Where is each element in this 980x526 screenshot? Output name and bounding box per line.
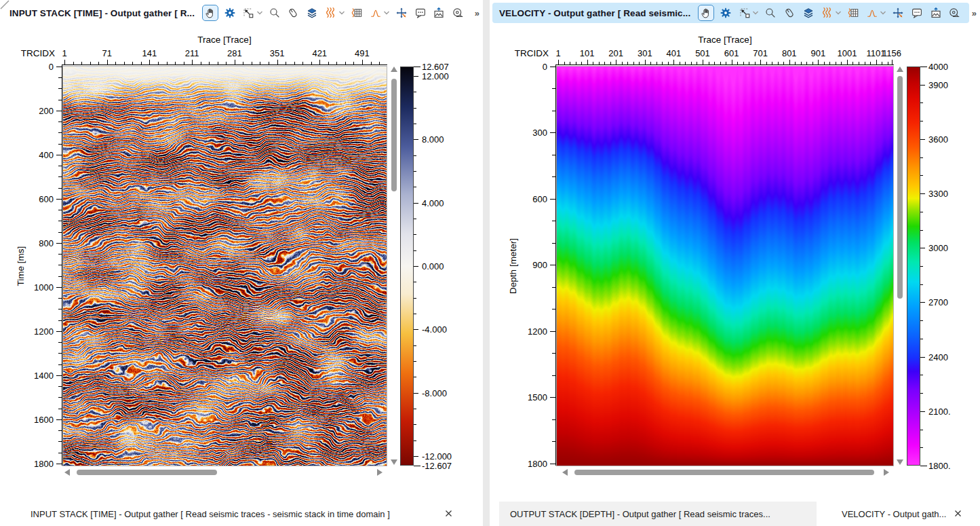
select-region-icon[interactable]: [737, 6, 751, 20]
settings-gear-icon[interactable]: [719, 6, 733, 20]
x-tick-minor: [581, 62, 582, 64]
y-tick-label: 1500: [504, 392, 547, 402]
x-tick-minor: [650, 62, 651, 64]
export-image-icon[interactable]: [432, 6, 446, 20]
pan-hand-icon[interactable]: [698, 5, 714, 21]
x-tick-minor: [697, 62, 697, 64]
layers-icon[interactable]: [305, 6, 319, 20]
scroll-left-arrow[interactable]: [562, 469, 568, 476]
measure-tape-icon[interactable]: [450, 6, 465, 20]
x-axis-title: Trace [Trace]: [197, 35, 251, 45]
horizontal-scrollbar-thumb[interactable]: [77, 470, 217, 475]
x-tick-major: [192, 60, 193, 64]
x-tick-major: [789, 60, 790, 64]
x-tick-minor: [599, 62, 600, 64]
scroll-right-arrow[interactable]: [884, 469, 889, 476]
trace-table-icon[interactable]: [846, 6, 861, 20]
scroll-left-arrow[interactable]: [64, 469, 70, 476]
toolbar-group: [910, 6, 924, 20]
x-tick-minor: [132, 62, 133, 64]
x-tick-minor: [783, 62, 784, 64]
scroll-up-arrow[interactable]: [391, 67, 397, 72]
x-tick-label: 501: [695, 48, 710, 58]
y-tick-label: 600: [10, 193, 54, 204]
toolbar-group: [432, 6, 446, 20]
y-tick-major: [56, 419, 62, 420]
panel-splitter[interactable]: [483, 0, 490, 526]
y-tick-minor: [58, 309, 62, 309]
x-tick-label: 1: [555, 48, 560, 58]
scroll-down-arrow[interactable]: [391, 459, 397, 465]
document-tab-active[interactable]: INPUT STACK [TIME] - Output gather [ Rea…: [0, 502, 483, 526]
y-tick-major: [56, 375, 62, 376]
x-tick-label: 201: [608, 48, 623, 58]
y-tick-minor: [552, 441, 555, 442]
x-tick-minor: [570, 62, 570, 64]
horizontal-scrollbar-thumb[interactable]: [574, 470, 874, 475]
x-tick-minor: [726, 62, 726, 64]
velocity-model-canvas[interactable]: [557, 67, 893, 466]
pan-hand-icon[interactable]: [202, 5, 218, 21]
x-tick-minor: [311, 62, 312, 64]
toolbar-group: [324, 6, 345, 20]
seismic-section-canvas[interactable]: [63, 67, 387, 466]
y-tick-major: [56, 67, 62, 67]
x-tick-major: [703, 60, 703, 64]
measure-tape-icon[interactable]: [947, 6, 962, 20]
y-tick-minor: [58, 254, 62, 255]
crosshair-position-icon[interactable]: [891, 6, 905, 20]
chevron-down-icon[interactable]: [752, 10, 759, 16]
chevron-down-icon[interactable]: [256, 10, 263, 16]
colorbar-tick-minor: [414, 440, 416, 441]
colorbar-tick-minor: [920, 102, 923, 103]
y-tick-minor: [58, 77, 62, 78]
mouse-options-icon[interactable]: [286, 6, 300, 20]
export-image-icon[interactable]: [928, 6, 943, 20]
crosshair-position-icon[interactable]: [395, 6, 409, 20]
document-tab[interactable]: OUTPUT STACK [DEPTH] - Output gather [ R…: [499, 502, 827, 526]
chevron-down-icon[interactable]: [383, 10, 390, 16]
x-tick-major: [587, 60, 588, 64]
zoom-magnifier-icon[interactable]: [764, 6, 778, 20]
panel-title: INPUT STACK [TIME] - Output gather [ R..…: [3, 8, 195, 18]
vertical-scrollbar-thumb[interactable]: [391, 79, 397, 191]
comment-bubble-icon[interactable]: [910, 6, 924, 20]
chevron-down-icon[interactable]: [880, 10, 886, 16]
chevron-down-icon[interactable]: [835, 10, 842, 16]
mouse-options-icon[interactable]: [783, 6, 797, 20]
scroll-down-arrow[interactable]: [897, 459, 903, 465]
colorbar-tick-label: -12.000: [422, 451, 452, 461]
colorbar-tick-label: 12.000: [422, 71, 449, 81]
select-region-icon[interactable]: [241, 6, 256, 20]
wiggle-traces-icon[interactable]: [324, 6, 338, 20]
vertical-scrollbar-thumb[interactable]: [897, 76, 903, 299]
settings-gear-icon[interactable]: [222, 6, 237, 20]
y-tick-label: 1600: [10, 414, 54, 424]
x-tick-minor: [98, 62, 99, 64]
scroll-right-arrow[interactable]: [377, 469, 383, 476]
toolbar-overflow-button[interactable]: »: [971, 8, 980, 18]
toolbar-overflow-button[interactable]: »: [473, 8, 483, 18]
histogram-curve-icon[interactable]: [865, 6, 879, 20]
y-tick-major: [550, 397, 555, 398]
x-tick-major: [645, 60, 646, 64]
x-tick-minor: [737, 62, 738, 64]
tab-close-icon[interactable]: [444, 509, 453, 518]
x-tick-minor: [336, 62, 337, 64]
y-tick-minor: [58, 320, 62, 321]
toolbar-group: [368, 6, 390, 20]
x-tick-minor: [668, 62, 669, 64]
colorbar-tick-minor: [920, 447, 923, 448]
comment-bubble-icon[interactable]: [413, 6, 427, 20]
colorbar-tick-label: 2700: [928, 297, 948, 307]
wiggle-traces-icon[interactable]: [820, 6, 834, 20]
trace-table-icon[interactable]: [349, 6, 364, 20]
x-tick-minor: [801, 62, 802, 64]
zoom-magnifier-icon[interactable]: [267, 6, 281, 20]
histogram-curve-icon[interactable]: [368, 6, 383, 20]
layers-icon[interactable]: [801, 6, 815, 20]
scroll-up-arrow[interactable]: [897, 67, 903, 72]
tab-close-icon[interactable]: [954, 509, 962, 518]
colorbar-tick-label: 8.000: [422, 134, 444, 145]
chevron-down-icon[interactable]: [338, 10, 345, 16]
